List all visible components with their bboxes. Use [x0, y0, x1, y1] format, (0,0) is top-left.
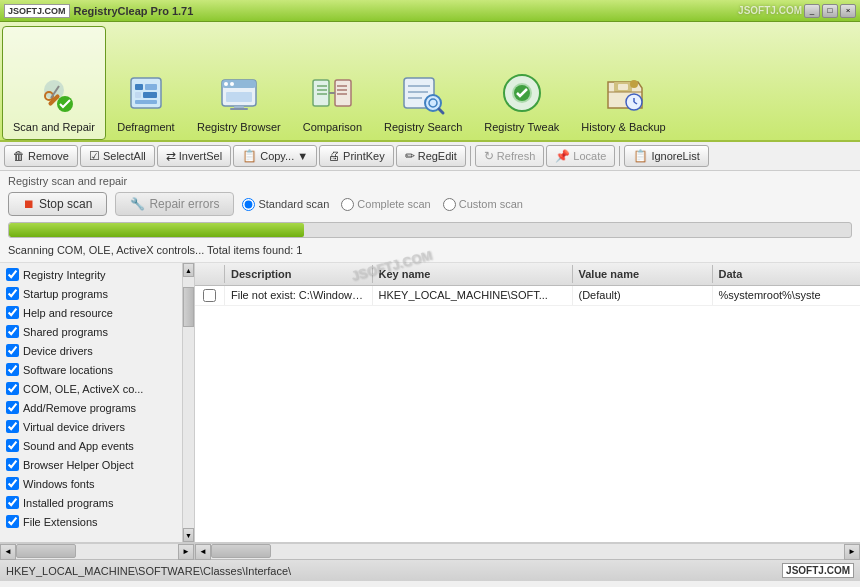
- th-key-name[interactable]: Key name: [373, 265, 573, 283]
- stop-scan-button[interactable]: ⏹ Stop scan: [8, 192, 107, 216]
- select-all-button[interactable]: ☑ SelectAll: [80, 145, 155, 167]
- label-add-remove: Add/Remove programs: [23, 402, 136, 414]
- toolbar-label-defragment: Defragment: [117, 121, 174, 133]
- refresh-button[interactable]: ↻ Refresh: [475, 145, 545, 167]
- right-scroll-left-button[interactable]: ◄: [195, 544, 211, 560]
- minimize-button[interactable]: _: [804, 4, 820, 18]
- list-item-shared-programs[interactable]: Shared programs: [0, 322, 182, 341]
- checkbox-add-remove[interactable]: [6, 401, 19, 414]
- copy-icon: 📋: [242, 149, 257, 163]
- checkbox-shared-programs[interactable]: [6, 325, 19, 338]
- toolbar-label-registry-browser: Registry Browser: [197, 121, 281, 133]
- left-scroll-left-button[interactable]: ◄: [0, 544, 16, 560]
- title-bar-left: JSOFTJ.COM RegistryCleap Pro 1.71: [4, 4, 193, 18]
- list-item-device-drivers[interactable]: Device drivers: [0, 341, 182, 360]
- list-item-software-locations[interactable]: Software locations: [0, 360, 182, 379]
- repair-errors-button[interactable]: 🔧 Repair errors: [115, 192, 234, 216]
- title-bar: JSOFTJ.COM RegistryCleap Pro 1.71 JSOFTJ…: [0, 0, 860, 22]
- reg-edit-button[interactable]: ✏ RegEdit: [396, 145, 466, 167]
- label-help-resource: Help and resource: [23, 307, 113, 319]
- list-item-virtual-device[interactable]: Virtual device drivers: [0, 417, 182, 436]
- list-item-sound-app-events[interactable]: Sound and App events: [0, 436, 182, 455]
- checkbox-software-locations[interactable]: [6, 363, 19, 376]
- label-sound-app-events: Sound and App events: [23, 440, 134, 452]
- toolbar-item-registry-browser[interactable]: Registry Browser: [186, 26, 292, 140]
- list-item-installed-programs[interactable]: Installed programs: [0, 493, 182, 512]
- action-separator-2: [619, 146, 620, 166]
- registry-search-icon: [399, 69, 447, 117]
- checkbox-device-drivers[interactable]: [6, 344, 19, 357]
- list-item-file-extensions[interactable]: File Extensions: [0, 512, 182, 531]
- svg-rect-39: [618, 84, 628, 90]
- row-key-name: HKEY_LOCAL_MACHINE\SOFT...: [373, 286, 573, 305]
- toolbar-item-registry-search[interactable]: Registry Search: [373, 26, 473, 140]
- scrollbar-thumb[interactable]: [183, 287, 194, 327]
- row-checkbox[interactable]: [195, 286, 225, 305]
- copy-button[interactable]: 📋 Copy... ▼: [233, 145, 317, 167]
- checkbox-sound-app-events[interactable]: [6, 439, 19, 452]
- checkbox-windows-fonts[interactable]: [6, 477, 19, 490]
- checkbox-startup-programs[interactable]: [6, 287, 19, 300]
- svg-point-1: [44, 80, 64, 100]
- scan-status-text: Scanning COM, OLE, ActiveX controls... T…: [8, 242, 852, 258]
- th-description[interactable]: Description: [225, 265, 373, 283]
- checkbox-registry-integrity[interactable]: [6, 268, 19, 281]
- list-item-com-ole-activex[interactable]: COM, OLE, ActiveX co...: [0, 379, 182, 398]
- close-button[interactable]: ×: [840, 4, 856, 18]
- svg-rect-18: [230, 108, 248, 110]
- app-title: RegistryCleap Pro 1.71: [74, 5, 194, 17]
- scrollbar-down-button[interactable]: ▼: [183, 528, 194, 542]
- list-item-registry-integrity[interactable]: Registry Integrity: [0, 265, 182, 284]
- history-backup-icon: [599, 69, 647, 117]
- toolbar-item-comparison[interactable]: Comparison: [292, 26, 373, 140]
- list-item-startup-programs[interactable]: Startup programs: [0, 284, 182, 303]
- th-data[interactable]: Data: [713, 265, 861, 283]
- list-item-add-remove[interactable]: Add/Remove programs: [0, 398, 182, 417]
- scrollbar-up-button[interactable]: ▲: [183, 263, 194, 277]
- scrollbar-track: [183, 277, 194, 528]
- standard-scan-radio[interactable]: Standard scan: [242, 198, 329, 211]
- checkbox-installed-programs[interactable]: [6, 496, 19, 509]
- scan-repair-icon: [30, 69, 78, 117]
- maximize-button[interactable]: □: [822, 4, 838, 18]
- label-device-drivers: Device drivers: [23, 345, 93, 357]
- row-select-checkbox[interactable]: [203, 289, 216, 302]
- th-checkbox[interactable]: [195, 265, 225, 283]
- toolbar-item-history-backup[interactable]: History & Backup: [570, 26, 676, 140]
- copy-label: Copy...: [260, 150, 294, 162]
- list-item-windows-fonts[interactable]: Windows fonts: [0, 474, 182, 493]
- locate-button[interactable]: 📌 Locate: [546, 145, 615, 167]
- toolbar-item-scan-repair[interactable]: Scan and Repair: [2, 26, 106, 140]
- toolbar-item-registry-tweak[interactable]: Registry Tweak: [473, 26, 570, 140]
- checkbox-com-ole-activex[interactable]: [6, 382, 19, 395]
- invert-sel-icon: ⇄: [166, 149, 176, 163]
- table-row[interactable]: File not exist: C:\Windows\sys... HKEY_L…: [195, 286, 860, 306]
- svg-rect-7: [135, 84, 143, 90]
- checkbox-virtual-device[interactable]: [6, 420, 19, 433]
- custom-scan-radio[interactable]: Custom scan: [443, 198, 523, 211]
- select-all-icon: ☑: [89, 149, 100, 163]
- registry-tweak-icon: [498, 69, 546, 117]
- ignore-list-button[interactable]: 📋 IgnoreList: [624, 145, 708, 167]
- invert-sel-button[interactable]: ⇄ InvertSel: [157, 145, 231, 167]
- print-key-button[interactable]: 🖨 PrintKey: [319, 145, 394, 167]
- list-item-help-resource[interactable]: Help and resource: [0, 303, 182, 322]
- remove-button[interactable]: 🗑 Remove: [4, 145, 78, 167]
- list-item-browser-helper[interactable]: Browser Helper Object: [0, 455, 182, 474]
- right-scroll-right-button[interactable]: ►: [844, 544, 860, 560]
- left-scroll-right-button[interactable]: ►: [178, 544, 194, 560]
- th-value-name[interactable]: Value name: [573, 265, 713, 283]
- checkbox-help-resource[interactable]: [6, 306, 19, 319]
- right-h-scroll-thumb[interactable]: [211, 544, 271, 558]
- left-h-scroll-thumb[interactable]: [16, 544, 76, 558]
- svg-point-14: [224, 82, 228, 86]
- toolbar-item-defragment[interactable]: Defragment: [106, 26, 186, 140]
- left-h-scroll-track: [16, 544, 178, 559]
- svg-point-40: [630, 80, 638, 88]
- table-header: Description Key name Value name Data: [195, 263, 860, 286]
- bottom-scrollbar-row: ◄ ► ◄ ►: [0, 543, 860, 559]
- locate-icon: 📌: [555, 149, 570, 163]
- complete-scan-radio[interactable]: Complete scan: [341, 198, 430, 211]
- checkbox-browser-helper[interactable]: [6, 458, 19, 471]
- checkbox-file-extensions[interactable]: [6, 515, 19, 528]
